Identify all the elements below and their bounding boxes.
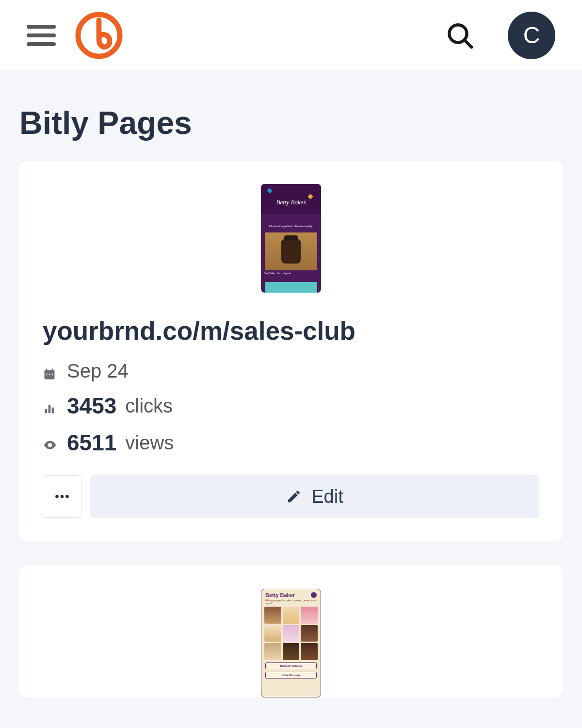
page-card: Betty Bakes All-natural ingredients. Pre… xyxy=(19,161,563,541)
svg-point-16 xyxy=(65,495,69,498)
eye-icon xyxy=(43,435,58,450)
pencil-icon xyxy=(286,489,302,504)
svg-point-15 xyxy=(61,495,64,498)
hamburger-menu-icon[interactable] xyxy=(27,25,56,46)
search-icon[interactable] xyxy=(446,21,474,50)
page-card: Betty Baker Baking recipes for cakes, co… xyxy=(19,565,563,697)
page-date-row: Sep 24 xyxy=(43,360,539,382)
avatar-initial: C xyxy=(523,22,540,49)
edit-button[interactable]: Edit xyxy=(90,475,539,518)
preview-tagline: All-natural ingredients. Premium quality… xyxy=(261,225,321,228)
preview-button: Biscuit Recipes xyxy=(265,662,317,669)
preview-caption: Betty Baker · Cocoa Spread xyxy=(264,272,318,275)
more-options-button[interactable] xyxy=(43,475,81,518)
page-preview-thumbnail[interactable]: Betty Baker Baking recipes for cakes, co… xyxy=(43,589,539,697)
page-date: Sep 24 xyxy=(67,360,129,382)
page-preview-thumbnail[interactable]: Betty Bakes All-natural ingredients. Pre… xyxy=(43,184,539,293)
app-header: C xyxy=(0,0,582,70)
svg-rect-9 xyxy=(52,373,53,374)
preview-brand: Betty Bakes xyxy=(261,199,321,206)
clicks-label: clicks xyxy=(125,395,173,417)
bar-chart-icon xyxy=(43,398,58,414)
preview-title: Betty Baker xyxy=(265,592,295,598)
avatar[interactable]: C xyxy=(508,12,555,59)
edit-button-label: Edit xyxy=(311,486,343,507)
views-label: views xyxy=(125,432,174,454)
page-url[interactable]: yourbrnd.co/m/sales-club xyxy=(43,316,539,346)
svg-rect-6 xyxy=(52,368,53,371)
page-title: Bitly Pages xyxy=(0,70,582,161)
page-clicks-row: 3453 clicks xyxy=(43,393,539,419)
svg-rect-11 xyxy=(48,405,51,413)
clicks-count: 3453 xyxy=(67,393,116,419)
svg-rect-8 xyxy=(49,373,50,374)
svg-point-14 xyxy=(55,495,59,498)
svg-rect-10 xyxy=(45,409,48,413)
preview-button: Cake Recipes xyxy=(265,672,317,678)
svg-rect-5 xyxy=(46,368,47,371)
svg-rect-12 xyxy=(52,408,54,414)
preview-subtitle: Baking recipes for cakes, cookies, desse… xyxy=(261,599,321,607)
card-actions: Edit xyxy=(43,475,539,518)
bitly-logo[interactable] xyxy=(75,12,123,59)
svg-point-13 xyxy=(48,443,52,447)
svg-line-2 xyxy=(465,40,471,47)
views-count: 6511 xyxy=(67,430,116,456)
svg-rect-7 xyxy=(46,373,47,374)
page-views-row: 6511 views xyxy=(43,430,539,456)
calendar-icon xyxy=(43,364,58,379)
